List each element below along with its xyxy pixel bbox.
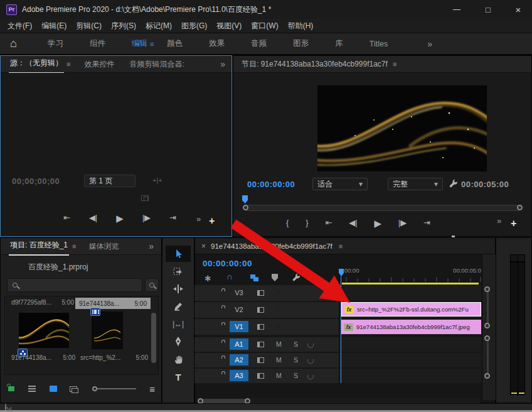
program-button-editor-icon[interactable]: + [511, 218, 516, 229]
timeline-timecode[interactable]: 00:00:00:00 [203, 259, 252, 268]
workspace-tab-learn[interactable]: 学习 [35, 38, 77, 49]
program-timecode[interactable]: 00:00:00:00 [247, 180, 295, 189]
fx-badge-icon[interactable]: fx [344, 323, 353, 331]
workspace-tab-color[interactable]: 颜色 [154, 38, 196, 49]
project-automate-menu-icon[interactable]: ≡ [149, 384, 155, 394]
audio-zoom-scrollbar[interactable] [487, 339, 489, 374]
list-view-icon[interactable] [28, 386, 36, 392]
project-item-label[interactable]: d9f77295af8...5:00 [11, 299, 74, 306]
track-name-v2[interactable]: V2 [230, 304, 248, 315]
solo-button[interactable]: S [294, 372, 298, 379]
menu-clip[interactable]: 剪辑(C) [76, 21, 102, 31]
minimize-button[interactable]: — [443, 0, 471, 19]
tab-media-browser[interactable]: 媒体浏览 [88, 241, 119, 252]
timeline-tab[interactable]: 91e744138aba13a30feb4cb999f1ac7f [211, 242, 332, 250]
timeline-ruler[interactable]: :00:00 00:00:05:0 [339, 266, 482, 285]
menu-edit[interactable]: 编辑(E) [41, 21, 66, 31]
menu-graphics[interactable]: 图形(G) [181, 21, 207, 31]
scrollbar-left-handle[interactable] [243, 205, 248, 210]
source-tabs-overflow-icon[interactable]: » [220, 59, 225, 69]
track-name-a2[interactable]: A2 [230, 354, 248, 366]
menu-help[interactable]: 帮助(H) [288, 21, 314, 31]
tab-program[interactable]: 节目: 91e744138aba13a30feb4cb999f1ac7f [242, 59, 388, 70]
source-play-icon[interactable]: ▶ [116, 213, 124, 224]
timeline-tab-close-icon[interactable]: × [201, 242, 206, 251]
sync-lock-icon[interactable] [257, 373, 264, 379]
source-step-forward-icon[interactable]: |▶ [142, 213, 151, 224]
source-panel-menu-icon[interactable]: ≡ [66, 60, 70, 68]
razor-tool[interactable] [166, 298, 191, 315]
project-scrollbar[interactable] [151, 313, 156, 363]
scroll-handle[interactable] [484, 373, 490, 379]
mark-out-icon[interactable]: } [306, 218, 308, 229]
source-page-selector[interactable]: 第 1 页 [84, 175, 136, 187]
menu-sequence[interactable]: 序列(S) [111, 21, 136, 31]
slip-tool[interactable]: |↔| [166, 316, 191, 332]
project-panel-menu-icon[interactable]: ≡ [72, 242, 76, 250]
project-item-label[interactable]: 91e744138a...5:00 [11, 354, 75, 361]
step-forward-icon[interactable]: |▶ [398, 218, 407, 229]
track-lane-v2[interactable]: fx src=http_%2F%2Fb-ssl.duitang.com%2Fu [339, 302, 482, 318]
drag-audio-icon[interactable]: +|+ [152, 176, 162, 184]
tab-audio-clip-mixer[interactable]: 音频剪辑混合器: [129, 59, 184, 70]
track-name-v1[interactable]: V1 [230, 321, 248, 332]
fit-dropdown[interactable]: 适合▾ [312, 178, 368, 190]
search-box[interactable] [7, 278, 142, 292]
drag-video-icon[interactable] [141, 195, 149, 201]
home-icon[interactable]: ⌂ [10, 37, 17, 50]
project-item-label[interactable]: src=http_%2...5:00 [80, 354, 148, 361]
maximize-button[interactable]: □ [474, 0, 502, 19]
linked-selection-icon[interactable] [250, 274, 258, 281]
project-item-label-selected[interactable]: 91e744138a...5:00 [75, 298, 151, 309]
close-button[interactable]: × [504, 0, 532, 19]
menu-view[interactable]: 视图(V) [216, 21, 242, 31]
zoom-slider-knob[interactable] [92, 386, 97, 391]
menu-window[interactable]: 窗口(W) [251, 21, 278, 31]
nest-toggle-icon[interactable]: ∗ [204, 273, 212, 284]
track-lane-v1[interactable]: fx 91e744138aba13a30feb4cb999f1ac7f.jpeg [339, 319, 482, 335]
selection-tool[interactable] [166, 246, 191, 262]
source-goto-out-icon[interactable]: ⇥ [169, 213, 176, 224]
zoom-slider-track[interactable] [97, 388, 136, 389]
scroll-handle[interactable] [484, 335, 490, 341]
workspace-tab-effects[interactable]: 效果 [196, 38, 238, 49]
project-tabs-overflow-icon[interactable]: » [149, 241, 154, 251]
freeform-view-icon[interactable] [70, 386, 77, 392]
scroll-handle[interactable] [484, 286, 490, 292]
sync-lock-icon[interactable] [257, 357, 264, 363]
fx-badge-icon[interactable]: fx [344, 306, 354, 313]
scrollbar-right-handle[interactable] [517, 205, 523, 210]
track-lane-v3[interactable] [339, 285, 482, 301]
workspace-tab-graphics[interactable]: 图形 [280, 38, 322, 49]
menu-file[interactable]: 文件(F) [8, 21, 32, 31]
settings-wrench-icon[interactable] [449, 179, 458, 188]
workspace-overflow-icon[interactable]: » [427, 39, 432, 49]
program-playhead[interactable] [242, 195, 248, 203]
type-tool[interactable]: T [166, 369, 191, 385]
project-thumbnail-clip[interactable] [92, 312, 123, 349]
workspace-tab-audio[interactable]: 音频 [238, 38, 280, 49]
sync-lock-icon[interactable] [257, 307, 264, 313]
project-name[interactable]: 百度经验_1.prproj [28, 262, 88, 273]
menu-marker[interactable]: 标记(M) [146, 21, 172, 31]
mark-in-icon[interactable]: { [286, 218, 289, 229]
icon-view-icon[interactable] [50, 386, 57, 392]
source-button-editor-icon[interactable]: + [209, 215, 215, 227]
program-more-buttons-icon[interactable]: » [497, 216, 501, 225]
source-goto-in-icon[interactable]: ⇤ [63, 213, 70, 224]
track-select-forward-tool[interactable] [166, 263, 191, 279]
mute-button[interactable]: M [276, 340, 282, 348]
pen-tool[interactable] [166, 333, 191, 350]
timeline-clip-v1[interactable]: fx 91e744138aba13a30feb4cb999f1ac7f.jpeg [341, 320, 481, 334]
track-name-a1[interactable]: A1 [230, 339, 248, 350]
workspace-tab-assembly[interactable]: 组件 [77, 38, 119, 49]
workspace-tab-edit[interactable]: 编辑 [119, 38, 150, 49]
track-lane-a1[interactable] [339, 337, 482, 352]
sync-lock-icon[interactable] [257, 290, 264, 296]
sync-lock-icon[interactable] [257, 342, 264, 347]
workspace-tab-libraries[interactable]: 库 [322, 38, 356, 49]
sync-lock-icon[interactable] [257, 324, 264, 330]
mute-button[interactable]: M [276, 372, 282, 379]
goto-in-icon[interactable]: ⇤ [325, 218, 332, 229]
track-lane-a2[interactable] [339, 353, 482, 367]
